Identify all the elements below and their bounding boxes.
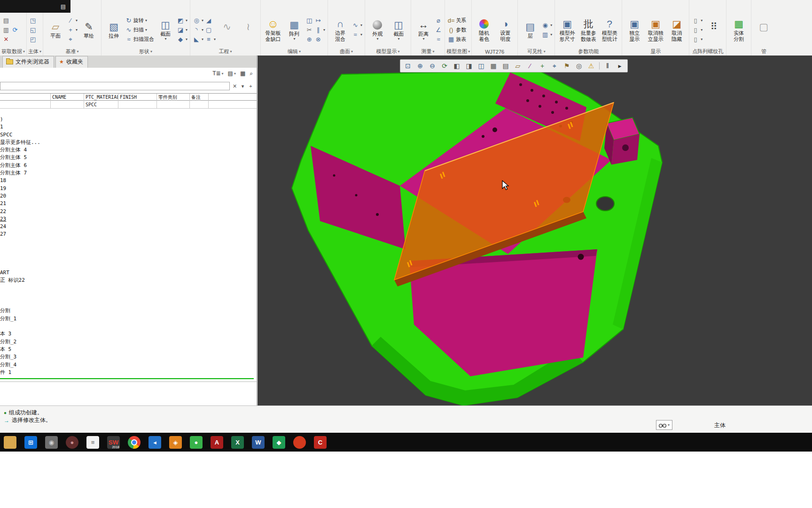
shape-tool-3-button[interactable]: ◆▾ — [177, 35, 187, 43]
tree-item[interactable]: 1 — [0, 123, 257, 131]
tree-item[interactable]: 分割主体 6 — [0, 162, 257, 169]
cancel-button[interactable]: ✕ — [2, 35, 10, 43]
table-cell[interactable]: FINISH — [118, 94, 157, 101]
shape-tool-2-button[interactable]: ◪▾ — [177, 26, 187, 34]
rib-button[interactable]: ≡▾ — [205, 35, 216, 43]
tree-item[interactable]: ) — [0, 116, 257, 123]
word-icon[interactable]: W — [252, 436, 265, 449]
selection-filter[interactable]: 主体 — [714, 421, 726, 429]
plane-button[interactable]: ▱ 平面 — [46, 21, 65, 39]
merge-button[interactable]: ⊕ — [305, 35, 313, 43]
grid-settings-button[interactable]: ▦ — [240, 70, 245, 77]
angle-button[interactable]: ∠ — [435, 26, 442, 34]
diameter-button[interactable]: ⌀ — [435, 16, 442, 24]
tree-item[interactable]: 正 标识22 — [0, 277, 257, 284]
surface-tool-1-button[interactable]: ∿▾ — [351, 21, 362, 29]
app-maroon-icon[interactable]: ● — [66, 436, 78, 449]
new-body-button[interactable]: ◳ — [29, 16, 37, 24]
warning-icon[interactable]: ⚠ — [586, 61, 597, 71]
app-orange-icon[interactable]: ◈ — [169, 436, 182, 449]
tree-item[interactable]: ART — [0, 269, 257, 277]
zoom-in-icon[interactable]: ⊕ — [414, 61, 426, 71]
repaint-icon[interactable]: ⟳ — [439, 61, 450, 71]
group-label-engineering[interactable]: 工程▾ — [190, 48, 260, 56]
section-view-icon[interactable]: ◫ — [476, 61, 487, 71]
app-red-icon[interactable]: C — [314, 436, 327, 449]
view-manager-icon[interactable]: ▤ — [500, 61, 511, 71]
tree-item[interactable]: 显示更多特征... — [0, 139, 257, 146]
tree-item[interactable] — [0, 300, 257, 307]
table-cell[interactable]: 备注 — [190, 94, 209, 101]
random-color-button[interactable]: 随机着色 — [474, 18, 494, 41]
explorer-icon[interactable] — [4, 436, 16, 449]
point-button[interactable]: +▾ — [67, 26, 78, 34]
tree-item[interactable]: 20 — [0, 192, 257, 200]
graphics-area[interactable]: ⊡ ⊕ ⊖ ⟳ ◧ ◨ ◫ ▦ ▤ ▱ ∕ + ⌖ ⚑ ◎ ⚠ ‖ ▸ — [258, 56, 812, 405]
tree-item[interactable] — [0, 285, 257, 292]
table-cell[interactable] — [118, 101, 157, 109]
vscode-icon[interactable]: ◂ — [148, 436, 161, 449]
tree-item[interactable]: 19 — [0, 185, 257, 192]
tree-item[interactable] — [0, 246, 257, 254]
visibility-tool-2-button[interactable]: ▥▾ — [541, 31, 552, 39]
tree-item[interactable]: 分割_2 — [0, 338, 257, 346]
body-options-button[interactable]: ◰ — [29, 35, 37, 43]
shell-button[interactable]: ▢ — [205, 26, 216, 34]
pattern-button[interactable]: ▦ 阵列▾ — [284, 19, 304, 41]
engineering-tool-1-button[interactable]: ∿ — [217, 21, 237, 39]
datum-point-toggle-icon[interactable]: + — [537, 61, 548, 71]
distance-button[interactable]: ↔ 距离▾ — [414, 19, 433, 41]
tree-item[interactable]: 本 5 — [0, 346, 257, 353]
tree-item[interactable]: 22 — [0, 208, 257, 215]
trim-button[interactable]: ✂ — [305, 26, 313, 34]
wechat-icon[interactable]: ● — [190, 436, 203, 449]
visibility-tool-1-button[interactable]: ◉▾ — [541, 21, 552, 29]
boundary-blend-button[interactable]: ∩ 边界混合 — [330, 18, 350, 41]
copy-button[interactable]: ▥ — [2, 26, 10, 34]
table-cell[interactable] — [190, 101, 209, 109]
tree-item[interactable]: 18 — [0, 177, 257, 184]
group-label-body[interactable]: 主体▾ — [27, 48, 43, 56]
pause-icon[interactable]: ‖ — [602, 61, 613, 71]
filter-input[interactable] — [0, 82, 230, 90]
display-style-icon[interactable]: ◨ — [463, 61, 475, 71]
shape-tool-1-button[interactable]: ◩▾ — [177, 16, 187, 24]
draft-button[interactable]: ◢ — [205, 16, 216, 24]
partial-tool-button[interactable]: ▢ — [754, 21, 773, 39]
pattern-tool-2-button[interactable]: ▯▾ — [692, 26, 703, 34]
filter-dropdown-icon[interactable]: ▾ — [240, 83, 246, 89]
tree-item[interactable]: SPCC — [0, 131, 257, 139]
dot-pattern-button[interactable]: ⠿ — [704, 21, 724, 39]
table-cell[interactable] — [0, 101, 51, 109]
shade-icon[interactable]: ◧ — [451, 61, 462, 71]
revolve-button[interactable]: ↻旋转▾ — [125, 16, 154, 24]
group-label-measure[interactable]: 测量▾ — [411, 48, 445, 56]
intersect-button[interactable]: ⊗ — [314, 35, 325, 43]
appearance-button[interactable]: 外观▾ — [367, 19, 387, 41]
tree-item[interactable]: 分割 — [0, 307, 257, 315]
saved-views-icon[interactable]: ▦ — [488, 61, 499, 71]
isolate-button[interactable]: ▣ 独立显示 — [625, 18, 644, 41]
paste-button[interactable]: ▤ — [2, 16, 10, 24]
tree-item[interactable]: 件 1 — [0, 369, 257, 376]
group-label-surfaces[interactable]: 曲面▾ — [328, 48, 365, 56]
tree-search-button[interactable]: ⌕ — [250, 70, 253, 77]
tree-item[interactable] — [0, 292, 257, 300]
app-red-circle-icon[interactable] — [293, 436, 306, 449]
csys-button[interactable]: ⌖ — [67, 35, 78, 43]
table-cell[interactable] — [157, 101, 190, 109]
table-cell[interactable]: PTC_MATERIAL — [84, 94, 118, 101]
tree-item[interactable]: 分割主体 7 — [0, 169, 257, 177]
skeleton-notch-button[interactable]: ☺ 骨架板金缺口 — [263, 18, 283, 41]
chrome-icon[interactable] — [128, 436, 141, 449]
app-gray-icon[interactable]: ◉ — [45, 436, 58, 449]
model-stats-button[interactable]: ? 模型类型统计 — [600, 18, 619, 41]
tree-columns-button[interactable]: T≣▾ — [212, 70, 223, 77]
spin-center-icon[interactable]: ◎ — [573, 61, 585, 71]
tree-item[interactable]: 分割主体 5 — [0, 154, 257, 161]
csys-toggle-icon[interactable]: ⌖ — [549, 61, 560, 71]
tab-favorites[interactable]: ★ 收藏夹 — [55, 56, 88, 68]
group-label-model-display[interactable]: 模型显示▾ — [365, 48, 411, 56]
solid-split-button[interactable]: ▦ 实体分割 — [729, 18, 749, 41]
datum-axis-toggle-icon[interactable]: ∕ — [524, 61, 536, 71]
